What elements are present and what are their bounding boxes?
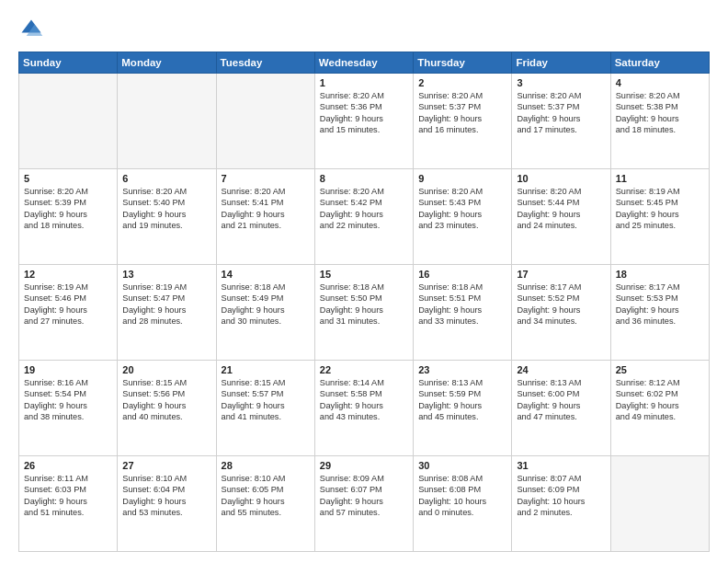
calendar-cell: 12Sunrise: 8:19 AM Sunset: 5:46 PM Dayli… xyxy=(19,265,118,361)
calendar-cell: 25Sunrise: 8:12 AM Sunset: 6:02 PM Dayli… xyxy=(610,361,709,456)
day-number: 1 xyxy=(320,77,408,88)
calendar-week-row: 1Sunrise: 8:20 AM Sunset: 5:36 PM Daylig… xyxy=(19,74,710,169)
cell-info: Sunrise: 8:20 AM Sunset: 5:39 PM Dayligh… xyxy=(24,186,112,232)
day-number: 18 xyxy=(616,269,704,280)
calendar-cell: 30Sunrise: 8:08 AM Sunset: 6:08 PM Dayli… xyxy=(414,456,512,552)
cell-info: Sunrise: 8:10 AM Sunset: 6:04 PM Dayligh… xyxy=(122,473,210,519)
cell-info: Sunrise: 8:07 AM Sunset: 6:09 PM Dayligh… xyxy=(517,473,605,519)
weekday-header: Tuesday xyxy=(216,52,314,74)
cell-info: Sunrise: 8:13 AM Sunset: 6:00 PM Dayligh… xyxy=(517,377,605,423)
cell-info: Sunrise: 8:15 AM Sunset: 5:56 PM Dayligh… xyxy=(122,377,210,423)
day-number: 9 xyxy=(418,173,506,184)
calendar-cell: 24Sunrise: 8:13 AM Sunset: 6:00 PM Dayli… xyxy=(512,361,610,456)
calendar-cell: 5Sunrise: 8:20 AM Sunset: 5:39 PM Daylig… xyxy=(19,169,118,265)
cell-info: Sunrise: 8:14 AM Sunset: 5:58 PM Dayligh… xyxy=(320,377,408,423)
calendar-week-row: 19Sunrise: 8:16 AM Sunset: 5:54 PM Dayli… xyxy=(19,361,710,456)
header xyxy=(18,17,710,42)
calendar-table: SundayMondayTuesdayWednesdayThursdayFrid… xyxy=(18,52,710,552)
calendar-header: SundayMondayTuesdayWednesdayThursdayFrid… xyxy=(19,52,710,74)
calendar-cell: 11Sunrise: 8:19 AM Sunset: 5:45 PM Dayli… xyxy=(610,169,709,265)
calendar-cell: 10Sunrise: 8:20 AM Sunset: 5:44 PM Dayli… xyxy=(512,169,610,265)
day-number: 4 xyxy=(616,77,704,88)
day-number: 22 xyxy=(320,364,408,375)
calendar-cell: 13Sunrise: 8:19 AM Sunset: 5:47 PM Dayli… xyxy=(118,265,216,361)
day-number: 29 xyxy=(320,460,408,471)
day-number: 2 xyxy=(418,77,506,88)
calendar-cell xyxy=(19,74,118,169)
calendar-cell: 23Sunrise: 8:13 AM Sunset: 5:59 PM Dayli… xyxy=(414,361,512,456)
calendar-cell xyxy=(610,456,709,552)
cell-info: Sunrise: 8:08 AM Sunset: 6:08 PM Dayligh… xyxy=(418,473,506,519)
cell-info: Sunrise: 8:20 AM Sunset: 5:43 PM Dayligh… xyxy=(418,186,506,232)
day-number: 14 xyxy=(222,269,310,280)
day-number: 24 xyxy=(517,364,605,375)
logo xyxy=(18,17,48,42)
day-number: 25 xyxy=(616,364,704,375)
day-number: 7 xyxy=(222,173,310,184)
weekday-header: Wednesday xyxy=(314,52,413,74)
cell-info: Sunrise: 8:20 AM Sunset: 5:37 PM Dayligh… xyxy=(517,90,605,136)
cell-info: Sunrise: 8:19 AM Sunset: 5:47 PM Dayligh… xyxy=(122,282,210,327)
calendar-cell: 28Sunrise: 8:10 AM Sunset: 6:05 PM Dayli… xyxy=(216,456,314,552)
day-number: 15 xyxy=(320,269,408,280)
cell-info: Sunrise: 8:19 AM Sunset: 5:46 PM Dayligh… xyxy=(24,282,112,327)
day-number: 30 xyxy=(418,460,506,471)
calendar-cell: 17Sunrise: 8:17 AM Sunset: 5:52 PM Dayli… xyxy=(512,265,610,361)
cell-info: Sunrise: 8:20 AM Sunset: 5:36 PM Dayligh… xyxy=(320,90,408,136)
day-number: 16 xyxy=(418,269,506,280)
day-number: 3 xyxy=(517,77,605,88)
day-number: 6 xyxy=(122,173,210,184)
cell-info: Sunrise: 8:19 AM Sunset: 5:45 PM Dayligh… xyxy=(616,186,704,232)
weekday-header: Sunday xyxy=(19,52,118,74)
weekday-header: Thursday xyxy=(414,52,512,74)
day-number: 5 xyxy=(24,173,112,184)
cell-info: Sunrise: 8:17 AM Sunset: 5:52 PM Dayligh… xyxy=(517,282,605,327)
day-number: 27 xyxy=(122,460,210,471)
weekday-header: Monday xyxy=(118,52,216,74)
cell-info: Sunrise: 8:18 AM Sunset: 5:49 PM Dayligh… xyxy=(222,282,310,327)
day-number: 8 xyxy=(320,173,408,184)
calendar-cell: 20Sunrise: 8:15 AM Sunset: 5:56 PM Dayli… xyxy=(118,361,216,456)
calendar-cell xyxy=(118,74,216,169)
calendar-cell: 14Sunrise: 8:18 AM Sunset: 5:49 PM Dayli… xyxy=(216,265,314,361)
calendar-cell: 1Sunrise: 8:20 AM Sunset: 5:36 PM Daylig… xyxy=(314,74,413,169)
day-number: 12 xyxy=(24,269,112,280)
calendar-cell: 27Sunrise: 8:10 AM Sunset: 6:04 PM Dayli… xyxy=(118,456,216,552)
cell-info: Sunrise: 8:20 AM Sunset: 5:41 PM Dayligh… xyxy=(222,186,310,232)
calendar-cell: 3Sunrise: 8:20 AM Sunset: 5:37 PM Daylig… xyxy=(512,74,610,169)
cell-info: Sunrise: 8:18 AM Sunset: 5:51 PM Dayligh… xyxy=(418,282,506,327)
calendar-week-row: 12Sunrise: 8:19 AM Sunset: 5:46 PM Dayli… xyxy=(19,265,710,361)
day-number: 28 xyxy=(222,460,310,471)
day-number: 17 xyxy=(517,269,605,280)
cell-info: Sunrise: 8:20 AM Sunset: 5:44 PM Dayligh… xyxy=(517,186,605,232)
logo-icon xyxy=(18,17,44,42)
weekday-header: Saturday xyxy=(610,52,709,74)
calendar-cell: 6Sunrise: 8:20 AM Sunset: 5:40 PM Daylig… xyxy=(118,169,216,265)
weekday-row: SundayMondayTuesdayWednesdayThursdayFrid… xyxy=(19,52,710,74)
cell-info: Sunrise: 8:17 AM Sunset: 5:53 PM Dayligh… xyxy=(616,282,704,327)
calendar-cell xyxy=(216,74,314,169)
cell-info: Sunrise: 8:15 AM Sunset: 5:57 PM Dayligh… xyxy=(222,377,310,423)
cell-info: Sunrise: 8:11 AM Sunset: 6:03 PM Dayligh… xyxy=(24,473,112,519)
cell-info: Sunrise: 8:09 AM Sunset: 6:07 PM Dayligh… xyxy=(320,473,408,519)
day-number: 21 xyxy=(222,364,310,375)
day-number: 19 xyxy=(24,364,112,375)
cell-info: Sunrise: 8:18 AM Sunset: 5:50 PM Dayligh… xyxy=(320,282,408,327)
calendar-cell: 26Sunrise: 8:11 AM Sunset: 6:03 PM Dayli… xyxy=(19,456,118,552)
day-number: 13 xyxy=(122,269,210,280)
calendar-body: 1Sunrise: 8:20 AM Sunset: 5:36 PM Daylig… xyxy=(19,74,710,552)
calendar-cell: 16Sunrise: 8:18 AM Sunset: 5:51 PM Dayli… xyxy=(414,265,512,361)
day-number: 10 xyxy=(517,173,605,184)
calendar-cell: 15Sunrise: 8:18 AM Sunset: 5:50 PM Dayli… xyxy=(314,265,413,361)
calendar-cell: 4Sunrise: 8:20 AM Sunset: 5:38 PM Daylig… xyxy=(610,74,709,169)
cell-info: Sunrise: 8:20 AM Sunset: 5:42 PM Dayligh… xyxy=(320,186,408,232)
cell-info: Sunrise: 8:20 AM Sunset: 5:40 PM Dayligh… xyxy=(122,186,210,232)
calendar-cell: 22Sunrise: 8:14 AM Sunset: 5:58 PM Dayli… xyxy=(314,361,413,456)
weekday-header: Friday xyxy=(512,52,610,74)
calendar-cell: 19Sunrise: 8:16 AM Sunset: 5:54 PM Dayli… xyxy=(19,361,118,456)
cell-info: Sunrise: 8:10 AM Sunset: 6:05 PM Dayligh… xyxy=(222,473,310,519)
calendar-cell: 31Sunrise: 8:07 AM Sunset: 6:09 PM Dayli… xyxy=(512,456,610,552)
calendar-cell: 2Sunrise: 8:20 AM Sunset: 5:37 PM Daylig… xyxy=(414,74,512,169)
cell-info: Sunrise: 8:16 AM Sunset: 5:54 PM Dayligh… xyxy=(24,377,112,423)
day-number: 23 xyxy=(418,364,506,375)
